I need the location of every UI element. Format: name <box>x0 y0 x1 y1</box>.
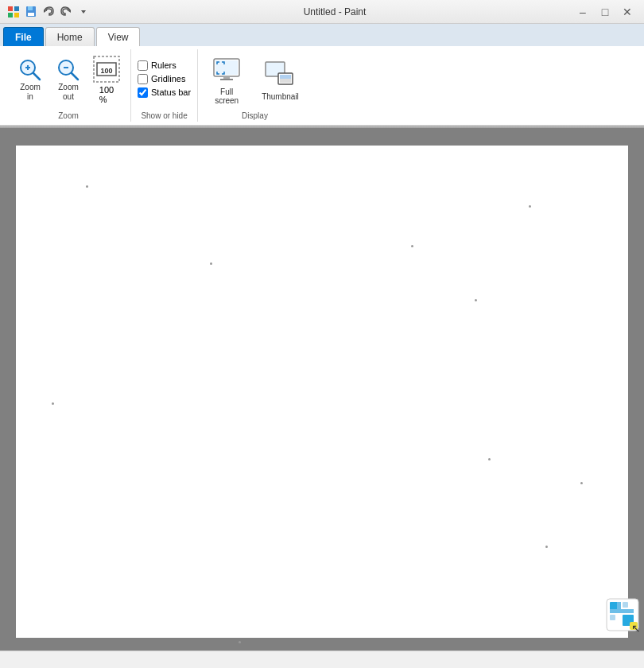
redo-qat-button[interactable] <box>59 5 73 19</box>
status-bar <box>0 651 644 668</box>
undo-qat-button[interactable] <box>41 5 56 19</box>
ribbon-group-display: Fullscreen Thumbnail Dis <box>198 49 312 122</box>
zoom-in-label: Zoomin <box>20 83 41 102</box>
ribbon-group-show-hide: Rulers Gridlines Status bar Show or hide <box>131 49 198 122</box>
svg-rect-36 <box>610 609 634 613</box>
svg-line-17 <box>72 73 78 80</box>
window-controls: – □ ✕ <box>572 3 638 21</box>
paint-canvas[interactable] <box>16 146 628 638</box>
show-hide-content: Rulers Gridlines Status bar <box>138 51 191 108</box>
zoom-out-label: Zoomout <box>58 83 79 102</box>
statusbar-label: Status bar <box>151 87 191 97</box>
window-title: Untitled - Paint <box>97 6 572 17</box>
ribbon-panel: Zoomin Zoomout <box>0 46 644 126</box>
tab-view[interactable]: View <box>96 27 141 46</box>
canvas-area[interactable]: ↖ <box>0 128 644 655</box>
canvas-dot <box>210 262 212 265</box>
svg-point-14 <box>21 61 34 74</box>
tab-file[interactable]: File <box>3 27 44 46</box>
statusbar-checkbox[interactable] <box>138 87 148 98</box>
svg-rect-25 <box>220 79 233 80</box>
gridlines-checkbox-row[interactable]: Gridlines <box>138 74 191 84</box>
svg-rect-6 <box>28 13 34 16</box>
statusbar-checkbox-row[interactable]: Status bar <box>138 87 191 98</box>
ribbon-group-zoom: Zoomin Zoomout <box>6 49 131 122</box>
gridlines-checkbox[interactable] <box>138 74 148 84</box>
full-screen-button[interactable]: Fullscreen <box>204 51 249 108</box>
zoom-group-content: Zoomin Zoomout <box>13 51 124 108</box>
svg-marker-9 <box>81 10 86 14</box>
svg-rect-3 <box>14 13 19 17</box>
zoom-in-icon <box>17 57 43 83</box>
zoom-out-icon <box>56 57 81 83</box>
zoom-100-label: 100% <box>99 85 114 104</box>
checkbox-list: Rulers Gridlines Status bar <box>138 60 191 99</box>
maximize-button[interactable]: □ <box>595 3 615 21</box>
svg-rect-33 <box>610 615 615 620</box>
thumbnail-button[interactable]: Thumbnail <box>255 56 305 104</box>
svg-rect-32 <box>623 602 628 608</box>
zoom-100-icon: 100 <box>92 55 121 85</box>
svg-rect-1 <box>14 6 19 11</box>
save-qat-button[interactable] <box>24 5 38 19</box>
canvas-dot <box>580 482 583 484</box>
svg-rect-5 <box>28 6 33 10</box>
canvas-dot <box>86 185 88 188</box>
svg-rect-2 <box>8 13 13 17</box>
zoom-group-label: Zoom <box>58 108 79 120</box>
canvas-dot <box>52 402 54 405</box>
canvas-dot <box>475 299 477 301</box>
title-bar: Untitled - Paint – □ ✕ <box>0 0 644 24</box>
show-hide-group-label: Show or hide <box>141 108 187 120</box>
canvas-dot <box>488 458 491 460</box>
full-screen-label: Fullscreen <box>215 87 239 105</box>
quick-access-toolbar <box>6 5 91 19</box>
svg-rect-29 <box>280 75 291 79</box>
zoom-100-button[interactable]: 100 100% <box>89 52 124 107</box>
svg-text:100: 100 <box>100 67 112 75</box>
zoom-out-button[interactable]: Zoomout <box>51 54 86 105</box>
canvas-dot <box>411 245 413 247</box>
canvas-dot <box>529 205 531 208</box>
minimize-button[interactable]: – <box>572 3 593 21</box>
svg-line-13 <box>33 73 40 80</box>
rulers-checkbox[interactable] <box>138 60 148 71</box>
rulers-checkbox-row[interactable]: Rulers <box>138 60 191 71</box>
svg-rect-24 <box>223 76 230 79</box>
app-icon <box>6 5 21 19</box>
canvas-dot <box>239 641 241 643</box>
ribbon-tab-bar: File Home View <box>0 24 644 46</box>
svg-rect-0 <box>8 6 13 11</box>
rulers-label: Rulers <box>151 60 177 70</box>
svg-point-18 <box>60 61 72 74</box>
tab-home[interactable]: Home <box>45 27 95 46</box>
gridlines-label: Gridlines <box>151 74 185 84</box>
display-group-label: Display <box>242 108 268 120</box>
close-button[interactable]: ✕ <box>617 3 638 21</box>
thumbnail-icon <box>264 59 296 92</box>
canvas-dot <box>545 546 548 548</box>
thumbnail-overlay-widget[interactable]: ↖ <box>606 598 639 631</box>
zoom-in-button[interactable]: Zoomin <box>13 54 48 105</box>
cursor-indicator: ↖ <box>631 622 641 635</box>
display-group-content: Fullscreen Thumbnail <box>204 51 305 108</box>
qat-dropdown-button[interactable] <box>76 5 91 19</box>
fullscreen-icon <box>211 54 242 87</box>
thumbnail-label: Thumbnail <box>262 92 299 101</box>
